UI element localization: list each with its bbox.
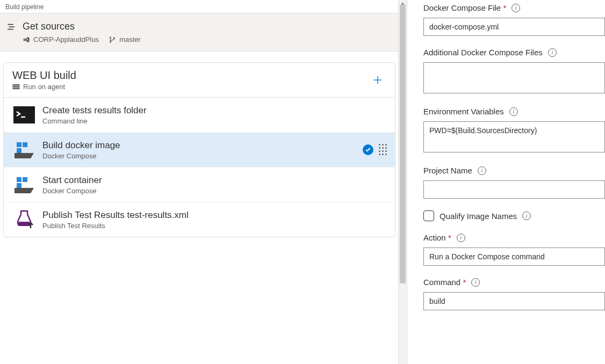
get-sources-row[interactable]: Get sources CORP-ApplauddPlus master [0,13,399,52]
task-publish-test-results[interactable]: Publish Test Results test-results.xml Pu… [4,202,395,237]
drag-handle-icon[interactable] [379,144,385,156]
task-sub: Docker Compose [42,152,355,160]
info-icon[interactable]: i [457,234,465,242]
field-additional-files: Additional Docker Compose Files i [423,48,605,95]
phase-header[interactable]: WEB UI build Run on agent [4,63,395,98]
branch-name: master [119,35,141,43]
phase-sub: Run on agent [12,83,369,91]
plus-icon [372,74,384,86]
info-icon[interactable]: i [478,166,486,175]
repo-indicator: CORP-ApplauddPlus [23,35,99,43]
phase-title: WEB UI build [12,69,369,82]
svg-rect-6 [12,84,19,86]
command-line-icon [13,104,35,126]
get-sources-sub: CORP-ApplauddPlus master [23,35,392,43]
task-title: Create tests results folder [42,105,385,116]
pipeline-list: Build pipeline Get sources CORP-Applaudd… [0,0,399,364]
svg-rect-7 [12,86,19,88]
field-docker-compose-file: Docker Compose File * i [423,3,605,36]
env-vars-input[interactable] [423,121,605,152]
svg-point-3 [110,37,111,38]
task-start-container[interactable]: Start container Docker Compose [4,168,395,202]
get-sources-title: Get sources [23,21,392,32]
task-title: Build docker image [42,140,355,151]
publish-test-results-icon [13,209,35,230]
task-title: Start container [42,175,385,186]
task-build-docker-image[interactable]: Build docker image Docker Compose [4,133,395,168]
task-sub: Docker Compose [42,187,385,195]
pipeline-header: Build pipeline [0,0,399,13]
branch-indicator: master [109,35,141,43]
pipeline-icon [6,22,16,32]
left-panel: Build pipeline Get sources CORP-Applaudd… [0,0,407,364]
svg-rect-14 [23,142,27,147]
status-success-icon [363,144,373,155]
info-icon[interactable]: i [548,48,557,57]
repo-name: CORP-ApplauddPlus [33,35,99,43]
label-text: Command * [423,278,466,287]
task-title: Publish Test Results test-results.xml [42,210,385,221]
action-input[interactable] [423,247,605,266]
info-icon[interactable]: i [509,107,518,116]
svg-rect-16 [17,177,21,182]
svg-rect-13 [17,142,21,147]
task-detail-panel: Docker Compose File * i Additional Docke… [407,0,605,364]
scrollbar-thumb[interactable] [400,4,406,283]
info-icon[interactable]: i [471,278,480,287]
label-text: Additional Docker Compose Files [423,48,543,57]
docker-compose-icon [13,174,35,195]
scrollbar[interactable]: ▲ [398,0,407,364]
task-right [363,144,385,156]
phase-card: WEB UI build Run on agent Create tests r… [3,62,395,237]
field-action: Action * i [423,233,605,266]
branch-icon [109,36,116,43]
svg-point-4 [110,41,111,42]
additional-files-input[interactable] [423,62,605,93]
label-text: Docker Compose File * [423,3,506,12]
field-project-name: Project Name i [423,166,605,199]
field-env-vars: Environment Variables i [423,107,605,154]
svg-rect-18 [17,183,21,188]
project-name-input[interactable] [423,180,605,199]
command-input[interactable] [423,292,605,310]
label-text: Qualify Image Names [440,212,517,221]
svg-rect-15 [17,148,21,153]
svg-rect-8 [12,88,19,89]
vs-icon [23,36,30,43]
qualify-checkbox[interactable] [423,210,434,221]
task-create-tests-folder[interactable]: Create tests results folder Command line [4,98,395,133]
label-text: Environment Variables [423,107,504,116]
svg-rect-17 [23,177,27,182]
add-task-button[interactable] [369,71,386,89]
docker-compose-icon [13,139,35,161]
info-icon[interactable]: i [522,212,531,220]
agent-icon [12,84,20,90]
label-text: Action * [423,233,451,242]
field-command: Command * i [423,278,605,310]
docker-compose-file-input[interactable] [423,18,605,36]
task-sub: Command line [42,117,385,125]
svg-rect-11 [13,106,35,123]
phase-run-on: Run on agent [23,83,65,91]
field-qualify: Qualify Image Names i [423,210,605,221]
get-sources-text: Get sources CORP-ApplauddPlus master [23,21,392,43]
info-icon[interactable]: i [512,4,520,12]
task-sub: Publish Test Results [42,222,385,230]
svg-point-5 [113,37,114,38]
label-text: Project Name [423,166,472,175]
